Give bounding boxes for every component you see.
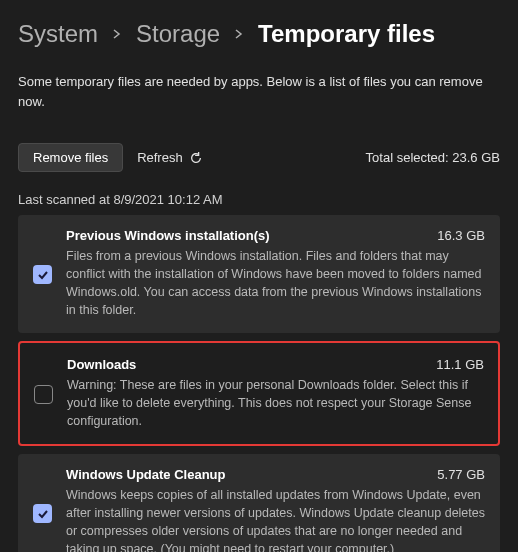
- item-size: 11.1 GB: [436, 357, 484, 372]
- item-body: Previous Windows installation(s) 16.3 GB…: [66, 228, 485, 320]
- chevron-right-icon: [112, 25, 122, 43]
- remove-files-button[interactable]: Remove files: [18, 143, 123, 172]
- last-scanned-label: Last scanned at 8/9/2021 10:12 AM: [18, 192, 500, 207]
- page-description: Some temporary files are needed by apps.…: [18, 72, 500, 111]
- breadcrumb: System Storage Temporary files: [18, 20, 500, 48]
- refresh-label: Refresh: [137, 150, 183, 165]
- file-item-previous-windows[interactable]: Previous Windows installation(s) 16.3 GB…: [18, 215, 500, 333]
- item-title: Windows Update Cleanup: [66, 467, 226, 482]
- refresh-icon: [189, 151, 203, 165]
- item-size: 16.3 GB: [437, 228, 485, 243]
- breadcrumb-current: Temporary files: [258, 20, 435, 48]
- breadcrumb-system[interactable]: System: [18, 20, 98, 48]
- item-title: Previous Windows installation(s): [66, 228, 270, 243]
- breadcrumb-storage[interactable]: Storage: [136, 20, 220, 48]
- item-body: Downloads 11.1 GB Warning: These are fil…: [67, 357, 484, 430]
- checkbox-previous-windows[interactable]: [33, 265, 52, 284]
- item-body: Windows Update Cleanup 5.77 GB Windows k…: [66, 467, 485, 552]
- chevron-right-icon: [234, 25, 244, 43]
- item-description: Files from a previous Windows installati…: [66, 247, 485, 320]
- checkbox-windows-update[interactable]: [33, 504, 52, 523]
- toolbar: Remove files Refresh Total selected: 23.…: [18, 143, 500, 172]
- check-icon: [37, 269, 49, 281]
- file-item-windows-update-cleanup[interactable]: Windows Update Cleanup 5.77 GB Windows k…: [18, 454, 500, 552]
- item-size: 5.77 GB: [437, 467, 485, 482]
- item-description: Windows keeps copies of all installed up…: [66, 486, 485, 552]
- refresh-button[interactable]: Refresh: [137, 150, 203, 165]
- checkbox-downloads[interactable]: [34, 385, 53, 404]
- check-icon: [37, 508, 49, 520]
- item-title: Downloads: [67, 357, 136, 372]
- total-selected-label: Total selected: 23.6 GB: [366, 150, 500, 165]
- item-description: Warning: These are files in your persona…: [67, 376, 484, 430]
- file-item-downloads[interactable]: Downloads 11.1 GB Warning: These are fil…: [18, 341, 500, 446]
